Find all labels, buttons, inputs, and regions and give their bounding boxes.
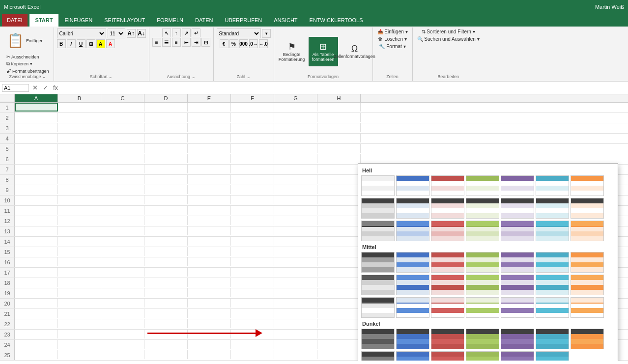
cell[interactable] [58, 330, 101, 338]
cell[interactable] [144, 134, 188, 142]
cell[interactable] [188, 103, 231, 112]
col-header-c[interactable]: C [101, 94, 144, 102]
cell[interactable] [58, 175, 101, 184]
cell[interactable] [317, 330, 361, 338]
cell[interactable] [15, 226, 58, 235]
style-thumb[interactable] [536, 351, 569, 361]
cell[interactable] [101, 268, 144, 277]
cell[interactable] [317, 237, 361, 246]
cell[interactable] [274, 330, 317, 338]
cell[interactable] [144, 123, 188, 132]
cell[interactable] [317, 268, 361, 277]
cell[interactable] [231, 247, 274, 256]
cell[interactable] [188, 268, 231, 277]
cell[interactable] [274, 113, 317, 122]
underline-button[interactable]: U [77, 39, 86, 48]
cell[interactable] [58, 103, 101, 112]
cell[interactable] [101, 257, 144, 266]
cell[interactable] [15, 247, 58, 256]
cell[interactable] [274, 247, 317, 256]
font-grow-button[interactable]: A↑ [127, 29, 136, 38]
cell[interactable] [317, 154, 361, 163]
cell[interactable] [101, 196, 144, 204]
style-thumb[interactable] [501, 175, 534, 196]
align-right-button[interactable]: ≡ [172, 38, 181, 47]
tab-ueberprufen[interactable]: ÜBERPRÜFEN [219, 14, 268, 27]
cell[interactable] [101, 299, 144, 308]
cell[interactable] [188, 144, 231, 153]
col-header-g[interactable]: G [274, 94, 317, 102]
align-center-button[interactable]: ☰ [162, 38, 171, 47]
cell[interactable] [15, 237, 58, 246]
sortieren-button[interactable]: ⇅ Sortieren und Filtern ▾ [420, 28, 477, 35]
style-thumb[interactable] [536, 221, 569, 241]
suchen-button[interactable]: 🔍 Suchen und Auswählen ▾ [416, 36, 481, 42]
style-thumb[interactable] [396, 221, 429, 241]
cell[interactable] [317, 350, 361, 359]
style-thumb[interactable] [466, 329, 499, 349]
cell[interactable] [58, 123, 101, 132]
cell[interactable] [231, 288, 274, 297]
cell[interactable] [101, 350, 144, 359]
cell[interactable] [317, 113, 361, 122]
cell[interactable] [274, 237, 317, 246]
cell[interactable] [101, 309, 144, 318]
cell[interactable] [101, 206, 144, 215]
cell[interactable] [274, 165, 317, 173]
cell[interactable] [15, 299, 58, 308]
cell[interactable] [144, 185, 188, 194]
number-format-select[interactable]: Standard [217, 28, 261, 38]
cell[interactable] [274, 350, 317, 359]
bold-button[interactable]: B [57, 39, 66, 48]
als-tabelle-formatieren-button[interactable]: ⊞ Als Tabelle formatieren [309, 37, 338, 66]
cell[interactable] [188, 154, 231, 163]
style-thumb[interactable] [431, 275, 464, 295]
cell[interactable] [188, 175, 231, 184]
cell[interactable] [15, 257, 58, 266]
cell[interactable] [144, 196, 188, 204]
cell[interactable] [15, 340, 58, 349]
cell[interactable] [144, 350, 188, 359]
cell[interactable] [101, 154, 144, 163]
tab-ansicht[interactable]: ANSICHT [268, 14, 303, 27]
cell[interactable] [101, 237, 144, 246]
cell[interactable] [58, 144, 101, 153]
col-header-b[interactable]: B [58, 94, 101, 102]
cell[interactable] [188, 350, 231, 359]
zellen-loeschen-button[interactable]: 🗑 Löschen ▾ [376, 36, 408, 42]
cell[interactable] [274, 196, 317, 204]
zellen-einfuegen-button[interactable]: 📥 Einfügen ▾ [376, 28, 409, 35]
cell[interactable] [188, 278, 231, 287]
style-thumb[interactable] [361, 252, 395, 273]
cell[interactable] [274, 268, 317, 277]
cell[interactable] [274, 154, 317, 163]
align-left-button[interactable]: ≡ [152, 38, 161, 47]
cell[interactable] [317, 165, 361, 173]
formula-input[interactable] [61, 85, 626, 91]
cell[interactable] [144, 247, 188, 256]
style-thumb[interactable] [396, 275, 429, 295]
style-thumb[interactable] [466, 198, 499, 219]
cell[interactable] [317, 175, 361, 184]
cell[interactable] [15, 165, 58, 173]
cell[interactable] [231, 268, 274, 277]
cell[interactable] [317, 216, 361, 225]
cell[interactable] [58, 226, 101, 235]
style-thumb[interactable] [466, 252, 499, 273]
decimal-inc-button[interactable]: .0→ [249, 39, 258, 48]
formula-insert-button[interactable]: fx [52, 84, 59, 91]
cell[interactable] [58, 319, 101, 328]
col-header-a[interactable]: A [15, 94, 58, 102]
cell[interactable] [144, 103, 188, 112]
cell[interactable] [101, 123, 144, 132]
cell[interactable] [231, 278, 274, 287]
cell[interactable] [188, 134, 231, 142]
ausschneiden-button[interactable]: ✂ Ausschneiden [5, 54, 41, 60]
cell[interactable] [101, 226, 144, 235]
tab-entwicklertools[interactable]: ENTWICKLERTOOLS [304, 14, 369, 27]
indent-dec-button[interactable]: ⇤ [182, 38, 191, 47]
cell[interactable] [274, 257, 317, 266]
cell[interactable] [101, 165, 144, 173]
cell[interactable] [15, 175, 58, 184]
cell[interactable] [58, 154, 101, 163]
